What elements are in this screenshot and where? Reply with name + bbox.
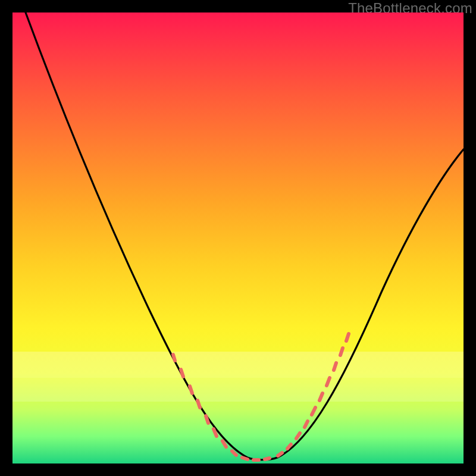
marker-tick [223,441,226,447]
marker-tick [190,386,192,393]
marker-tick [334,363,336,370]
marker-tick [340,348,343,355]
chart-area [12,12,464,464]
chart-svg [12,12,464,464]
marker-tick [320,393,322,400]
marker-tick [327,378,330,386]
marker-tick [232,451,236,455]
marker-tick [296,433,300,439]
marker-tick [265,458,270,459]
marker-tick [181,369,183,377]
marker-tick [173,355,175,361]
marker-tick [305,421,308,427]
marker-tick [198,400,200,408]
marker-group-right [278,334,349,456]
marker-group-left [173,355,270,460]
marker-tick [278,453,282,456]
marker-tick [346,334,349,341]
marker-tick [312,408,315,415]
bottleneck-curve [26,12,464,460]
marker-tick [242,458,248,459]
marker-tick [206,416,208,423]
